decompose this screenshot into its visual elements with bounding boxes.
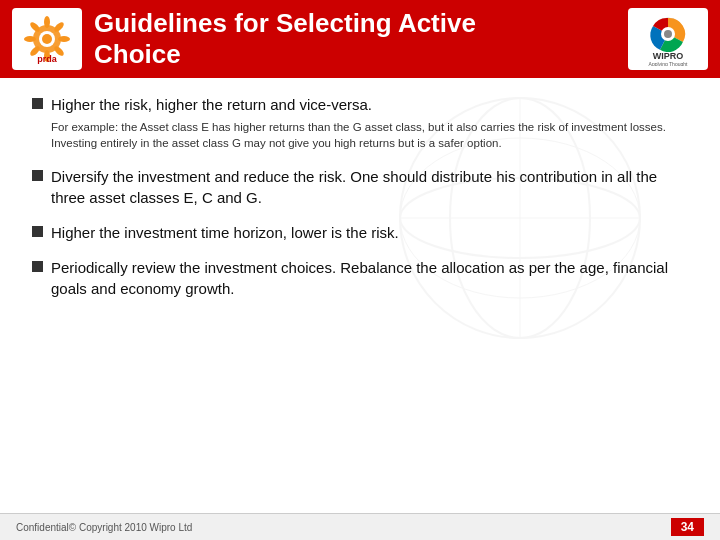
svg-point-5 xyxy=(58,36,70,42)
bullet-item-1: Higher the risk, higher the return and v… xyxy=(32,94,688,151)
svg-text:prda: prda xyxy=(37,54,57,64)
bullet-icon-1 xyxy=(32,98,43,109)
bullet-sub-1: For example: the Asset class E has highe… xyxy=(51,119,688,151)
svg-text:WIPRO: WIPRO xyxy=(653,51,684,61)
bullet-item-2: Diversify the investment and reduce the … xyxy=(32,166,688,208)
footer: Confidential© Copyright 2010 Wipro Ltd 3… xyxy=(0,513,720,540)
wipro-logo: WIPRO Applying Thought xyxy=(633,12,703,66)
svg-point-9 xyxy=(24,36,36,42)
svg-text:Applying Thought: Applying Thought xyxy=(649,61,688,66)
footer-page-number: 34 xyxy=(671,518,704,536)
prda-logo: prda xyxy=(17,12,77,66)
bullet-main-4: Periodically review the investment choic… xyxy=(51,257,688,299)
wipro-logo-container: WIPRO Applying Thought xyxy=(628,8,708,70)
bullet-item-3: Higher the investment time horizon, lowe… xyxy=(32,222,688,243)
bullet-main-2: Diversify the investment and reduce the … xyxy=(51,166,688,208)
svg-point-2 xyxy=(42,34,52,44)
bullet-content-4: Periodically review the investment choic… xyxy=(51,257,688,299)
bullet-icon-4 xyxy=(32,261,43,272)
header: prda Guidelines for Selecting Active Cho… xyxy=(0,0,720,78)
bullet-icon-3 xyxy=(32,226,43,237)
bullet-main-1: Higher the risk, higher the return and v… xyxy=(51,94,688,115)
bullet-icon-2 xyxy=(32,170,43,181)
svg-point-3 xyxy=(44,16,50,28)
bullet-main-3: Higher the investment time horizon, lowe… xyxy=(51,222,688,243)
footer-confidential: Confidential© Copyright 2010 Wipro Ltd xyxy=(16,522,192,533)
bullet-item-4: Periodically review the investment choic… xyxy=(32,257,688,299)
header-title: Guidelines for Selecting Active Choice xyxy=(94,8,616,70)
svg-point-14 xyxy=(664,30,672,38)
bullet-content-1: Higher the risk, higher the return and v… xyxy=(51,94,688,151)
slide: prda Guidelines for Selecting Active Cho… xyxy=(0,0,720,540)
bullet-content-2: Diversify the investment and reduce the … xyxy=(51,166,688,208)
content-area: Higher the risk, higher the return and v… xyxy=(0,78,720,513)
prda-logo-container: prda xyxy=(12,8,82,70)
bullet-content-3: Higher the investment time horizon, lowe… xyxy=(51,222,688,243)
